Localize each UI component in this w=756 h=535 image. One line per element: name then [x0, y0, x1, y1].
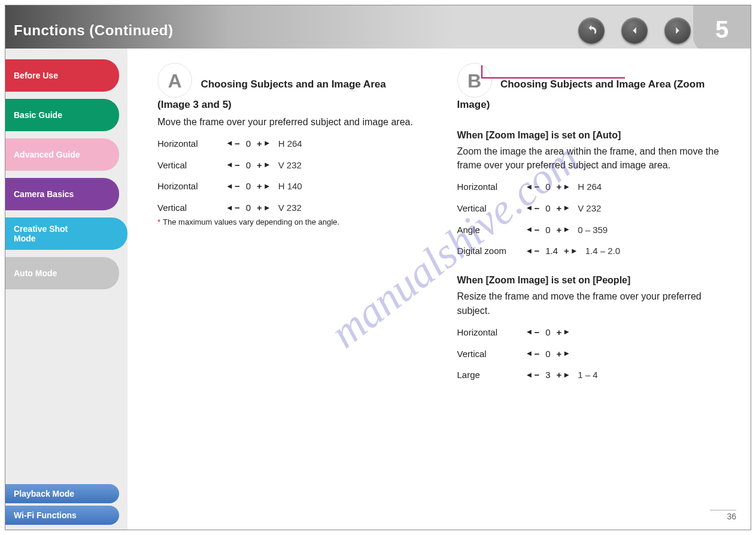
setting-label: Vertical: [157, 159, 223, 172]
increment-control[interactable]: +►: [556, 223, 570, 237]
column-a: A Choosing Subjects and an Image Area (I…: [157, 63, 421, 382]
sidebar-item-label: Advanced Guide: [14, 150, 80, 159]
increment-control[interactable]: +►: [556, 180, 570, 194]
setting-label: Horizontal: [457, 180, 523, 194]
sidebar-item-wifi-functions[interactable]: Wi-Fi Functions: [5, 506, 119, 525]
setting-value: 0: [246, 201, 251, 214]
decrement-control[interactable]: ◄−: [526, 347, 540, 361]
chevron-left-icon: [628, 24, 641, 37]
undo-icon: [585, 24, 598, 37]
nav-buttons: [578, 17, 691, 44]
sidebar-item-label: Creative Shot Mode: [14, 224, 68, 243]
column-b: B Choosing Subjects and Image Area (Zoom…: [457, 63, 721, 382]
setting-label: Horizontal: [457, 326, 523, 339]
section-letter-a: A: [157, 63, 192, 98]
setting-row: Angle ◄− 0 +► 0 – 359: [457, 223, 721, 237]
setting-row: Large ◄− 3 +► 1 – 4: [457, 368, 721, 382]
setting-unit: 1 – 4: [578, 368, 597, 382]
setting-row: Digital zoom ◄− 1.4 +► 1.4 – 2.0: [457, 244, 721, 258]
section-b-heading-auto: When [Zoom Image] is set on [Auto]: [457, 128, 721, 142]
sidebar-item-advanced-guide[interactable]: Advanced Guide: [5, 138, 119, 171]
setting-row: Horizontal ◄− 0 +► H 264: [457, 180, 721, 194]
setting-unit: H 264: [278, 137, 302, 150]
increment-control[interactable]: +►: [556, 368, 570, 382]
sidebar-item-before-use[interactable]: Before Use: [5, 59, 119, 92]
section-a-body: Move the frame over your preferred subje…: [157, 115, 421, 129]
undo-button[interactable]: [578, 17, 605, 44]
sidebar-item-label: Camera Basics: [14, 189, 74, 199]
setting-row: Horizontal ◄− 0 +► H 140: [157, 180, 421, 193]
increment-control[interactable]: +►: [257, 180, 271, 193]
setting-value: 0: [246, 180, 251, 193]
sidebar-item-label: Before Use: [14, 71, 58, 80]
setting-label: Vertical: [157, 201, 223, 214]
prev-button[interactable]: [621, 17, 648, 44]
section-b-title: Choosing Subjects and Image Area (Zoom I…: [457, 78, 705, 110]
sidebar-item-creative-shot[interactable]: Creative Shot Mode: [5, 217, 127, 250]
decrement-control[interactable]: ◄−: [526, 244, 540, 258]
setting-label: Large: [457, 368, 523, 382]
decrement-control[interactable]: ◄−: [526, 326, 540, 339]
decrement-control[interactable]: ◄−: [226, 159, 240, 172]
increment-control[interactable]: +►: [257, 159, 271, 172]
setting-unit: 0 – 359: [578, 223, 608, 237]
sidebar-item-label: Playback Mode: [14, 489, 74, 498]
decrement-control[interactable]: ◄−: [526, 202, 540, 215]
setting-value: 0: [545, 326, 550, 339]
increment-control[interactable]: +►: [556, 347, 570, 361]
setting-value: 1.4: [545, 244, 558, 258]
decrement-control[interactable]: ◄−: [526, 180, 540, 194]
increment-control[interactable]: +►: [564, 244, 578, 258]
decrement-control[interactable]: ◄−: [226, 180, 240, 193]
setting-label: Vertical: [457, 202, 523, 215]
increment-control[interactable]: +►: [257, 201, 271, 214]
setting-value: 0: [246, 137, 251, 150]
rule-mark: [481, 65, 625, 78]
increment-control[interactable]: +►: [556, 326, 570, 339]
section-b-heading-people: When [Zoom Image] is set on [People]: [457, 273, 721, 287]
decrement-control[interactable]: ◄−: [226, 201, 240, 214]
setting-value: 0: [545, 347, 550, 361]
section-b-body-auto: Zoom the image the area within the frame…: [457, 144, 721, 172]
setting-unit: V 232: [578, 202, 601, 215]
setting-unit: V 232: [278, 201, 302, 214]
sidebar-item-auto-mode[interactable]: Auto Mode: [5, 257, 119, 289]
decrement-control[interactable]: ◄−: [226, 137, 240, 150]
increment-control[interactable]: +►: [556, 202, 570, 215]
page-title: Functions (Continued): [14, 22, 173, 39]
setting-unit: V 232: [278, 159, 302, 172]
setting-row: Vertical ◄− 0 +►: [457, 347, 721, 361]
setting-row: Horizontal ◄− 0 +►: [457, 326, 721, 339]
topbar: Functions (Continued) 5: [5, 5, 751, 49]
chevron-right-icon: [671, 24, 684, 37]
sidebar-item-label: Basic Guide: [14, 110, 62, 120]
sidebar-item-playback-mode[interactable]: Playback Mode: [5, 484, 119, 503]
sidebar-item-label: Auto Mode: [14, 268, 57, 278]
setting-value: 0: [545, 223, 550, 237]
setting-row: Vertical ◄− 0 +► V 232: [457, 202, 721, 215]
setting-label: Vertical: [457, 347, 523, 361]
setting-label: Horizontal: [157, 137, 223, 150]
star-icon: *: [157, 217, 160, 226]
decrement-control[interactable]: ◄−: [526, 368, 540, 382]
sidebar-item-label: Wi-Fi Functions: [14, 510, 77, 520]
setting-row: Horizontal ◄− 0 +► H 264: [157, 137, 421, 150]
setting-unit: 1.4 – 2.0: [585, 244, 620, 258]
page-tab: 5: [693, 5, 751, 53]
setting-label: Horizontal: [157, 180, 223, 193]
next-button[interactable]: [664, 17, 691, 44]
decrement-control[interactable]: ◄−: [526, 223, 540, 237]
increment-control[interactable]: +►: [257, 137, 271, 150]
setting-unit: H 264: [578, 180, 602, 194]
setting-value: 0: [545, 202, 550, 215]
setting-value: 0: [246, 159, 251, 172]
setting-label: Digital zoom: [457, 244, 523, 258]
setting-value: 0: [545, 180, 550, 194]
setting-row: Vertical ◄− 0 +► V 232: [157, 159, 421, 172]
sidebar: Before Use Basic Guide Advanced Guide Ca…: [5, 59, 125, 297]
page-number: 36: [710, 510, 736, 521]
sidebar-item-camera-basics[interactable]: Camera Basics: [5, 178, 119, 210]
content: A Choosing Subjects and an Image Area (I…: [127, 49, 751, 530]
sidebar-item-basic-guide[interactable]: Basic Guide: [5, 99, 119, 131]
setting-unit: H 140: [278, 180, 302, 193]
